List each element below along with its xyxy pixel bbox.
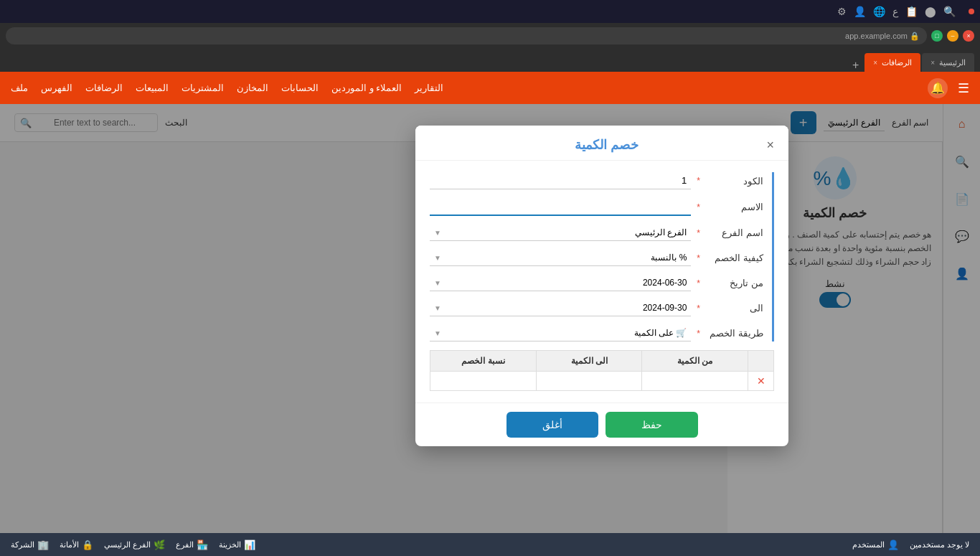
- address-bar[interactable]: 🔒 app.example.com: [6, 27, 927, 44]
- from-date-row: من تاريخ * 2024-06-30 ▼: [430, 275, 763, 291]
- nav-customers[interactable]: العملاء و الموردين: [331, 83, 402, 93]
- nav-sales[interactable]: المبيعات: [136, 83, 169, 93]
- branch-status-label: الفرع: [176, 540, 194, 550]
- close-dialog-btn[interactable]: أغلق: [507, 412, 598, 438]
- tab-home-close[interactable]: ×: [930, 59, 935, 67]
- main-branch-icon: 🌿: [154, 539, 165, 550]
- th-empty: [748, 351, 774, 372]
- th-from-qty: من الكمية: [642, 351, 748, 372]
- nav-reports[interactable]: التقارير: [415, 83, 443, 93]
- nav-warehouses[interactable]: المخازن: [237, 83, 268, 93]
- code-required: *: [697, 176, 700, 186]
- status-company: 🏢 الشركة: [11, 539, 49, 550]
- from-qty-input[interactable]: [648, 376, 742, 386]
- status-branch: 🏪 الفرع: [176, 539, 208, 550]
- tab-ridafat-label: الرضافات: [882, 58, 912, 67]
- status-trust: 🔒 الأمانة: [60, 539, 93, 550]
- treasury-label: الخزينة: [219, 540, 241, 550]
- user-status-icon: 👤: [887, 539, 899, 550]
- browser-max-btn[interactable]: □: [931, 30, 943, 42]
- dialog-header: × خصم الكمية: [415, 126, 788, 161]
- discount-method-label: طريقة الخصم: [706, 328, 763, 339]
- nav-ridafat[interactable]: الرضافات: [85, 83, 123, 93]
- dialog-title: خصم الكمية: [447, 137, 766, 153]
- save-btn[interactable]: حفظ: [606, 412, 698, 438]
- from-date-select[interactable]: 2024-06-30: [430, 275, 691, 291]
- os-icon-3[interactable]: 📋: [905, 6, 918, 17]
- os-icon-4[interactable]: ع: [892, 6, 898, 17]
- nav-file[interactable]: ملف: [11, 83, 28, 93]
- trust-icon: 🔒: [82, 539, 93, 550]
- treasury-icon: 📊: [244, 539, 255, 550]
- status-user: 👤 المستخدم: [852, 539, 899, 550]
- branch-required: *: [697, 228, 700, 238]
- row-rate-cell: [430, 372, 537, 391]
- os-icon-6[interactable]: 👤: [854, 6, 866, 17]
- main-branch-label: الفرع الرئيسي: [104, 540, 151, 550]
- from-date-select-wrap: 2024-06-30 ▼: [430, 275, 691, 291]
- nav-index[interactable]: الفهرس: [41, 83, 72, 93]
- dialog-close-btn[interactable]: ×: [766, 138, 774, 153]
- trust-label: الأمانة: [60, 540, 79, 550]
- discount-method-select-wrap: 🛒 على الكمية ▼: [430, 325, 691, 341]
- tabs-bar: الرئيسية × الرضافات × +: [0, 49, 980, 72]
- status-no-users: لا يوجد مستخدمين: [910, 540, 969, 550]
- company-icon: 🏢: [37, 539, 49, 550]
- from-date-required: *: [697, 278, 700, 288]
- os-dot: [969, 9, 974, 14]
- status-bar: لا يوجد مستخدمين 👤 المستخدم 📊 الخزينة 🏪 …: [0, 533, 980, 556]
- status-treasury: 📊 الخزينة: [219, 539, 255, 550]
- name-row: الاسم *: [430, 198, 763, 216]
- to-date-required: *: [697, 303, 700, 314]
- os-bar: 🔍 ⬤ 📋 ع 🌐 👤 ⚙: [0, 0, 980, 23]
- th-discount-rate: نسبة الخصم: [430, 351, 537, 372]
- to-date-select[interactable]: 2024-09-30: [430, 300, 691, 316]
- tab-ridafat[interactable]: الرضافات ×: [864, 53, 920, 72]
- code-input[interactable]: [430, 172, 691, 189]
- nav-purchases[interactable]: المشتريات: [182, 83, 224, 93]
- name-input[interactable]: [430, 198, 691, 216]
- browser-close-btn[interactable]: ×: [963, 30, 974, 42]
- discount-type-label: كيفية الخصم: [706, 253, 763, 263]
- to-date-select-wrap: 2024-09-30 ▼: [430, 300, 691, 316]
- name-label: الاسم: [706, 202, 763, 212]
- os-icon-2[interactable]: ⬤: [925, 6, 936, 17]
- delete-row-btn[interactable]: ✕: [757, 375, 765, 387]
- code-row: الكود *: [430, 172, 763, 189]
- new-tab-btn[interactable]: +: [848, 59, 863, 72]
- main-wrapper: اسم الفرع الفرع الرئيسي ▼ + البحث 🔍: [0, 104, 980, 533]
- discount-type-select-wrap: % بالنسبة ▼: [430, 250, 691, 266]
- os-icon-5[interactable]: 🌐: [873, 6, 885, 17]
- navbar-right: التقارير العملاء و الموردين الحسابات الم…: [11, 83, 443, 93]
- discount-type-required: *: [697, 253, 700, 263]
- hamburger-menu[interactable]: ☰: [958, 80, 969, 96]
- browser-chrome: × – □ 🔒 app.example.com: [0, 23, 980, 49]
- to-date-row: الى * 2024-09-30 ▼: [430, 300, 763, 316]
- th-to-qty: الى الكمية: [536, 351, 642, 372]
- browser-min-btn[interactable]: –: [947, 30, 958, 42]
- from-date-label: من تاريخ: [706, 278, 763, 288]
- discount-method-select[interactable]: 🛒 على الكمية: [430, 325, 691, 341]
- row-from-qty-cell: [642, 372, 748, 391]
- os-icon-7[interactable]: ⚙: [837, 6, 847, 17]
- os-icon-1[interactable]: 🔍: [943, 6, 956, 17]
- branch-select-dialog-wrap: الفرع الرئيسي ▼: [430, 225, 691, 241]
- branch-select-dialog[interactable]: الفرع الرئيسي: [430, 225, 691, 241]
- discount-type-row: كيفية الخصم * % بالنسبة ▼: [430, 250, 763, 266]
- discount-dialog: × خصم الكمية الكود * الاسم *: [415, 126, 788, 446]
- notification-btn[interactable]: 🔔: [928, 78, 948, 98]
- rate-input[interactable]: [436, 376, 530, 386]
- status-left: لا يوجد مستخدمين 👤 المستخدم: [852, 539, 969, 550]
- code-label: الكود: [706, 176, 763, 187]
- discount-method-required: *: [697, 329, 700, 339]
- discount-method-row: طريقة الخصم * 🛒 على الكمية ▼: [430, 325, 763, 341]
- tab-ridafat-close[interactable]: ×: [873, 59, 877, 67]
- discount-type-select[interactable]: % بالنسبة: [430, 250, 691, 266]
- status-main-branch: 🌿 الفرع الرئيسي: [104, 539, 165, 550]
- tab-home[interactable]: الرئيسية ×: [922, 53, 974, 72]
- app-navbar: ☰ 🔔 التقارير العملاء و الموردين الحسابات…: [0, 72, 980, 104]
- row-to-qty-cell: [536, 372, 642, 391]
- to-qty-input[interactable]: [542, 376, 636, 386]
- nav-accounts[interactable]: الحسابات: [281, 83, 319, 93]
- dialog-footer: حفظ أغلق: [415, 402, 788, 446]
